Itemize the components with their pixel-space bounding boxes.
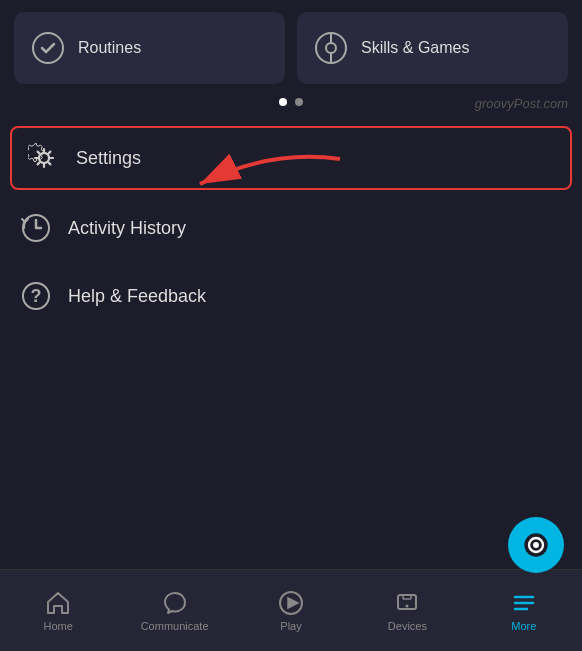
- svg-marker-23: [288, 598, 298, 608]
- svg-text:?: ?: [31, 286, 42, 306]
- svg-line-12: [49, 163, 51, 165]
- nav-item-play[interactable]: Play: [233, 582, 349, 640]
- app-container: Routines Skills & Games groovyPost.com: [0, 0, 582, 651]
- more-icon: [511, 590, 537, 616]
- routines-card[interactable]: Routines: [14, 12, 285, 84]
- cards-area: Routines Skills & Games: [0, 0, 582, 94]
- more-nav-label: More: [511, 620, 536, 632]
- svg-point-21: [533, 542, 539, 548]
- help-feedback-menu-item[interactable]: ? Help & Feedback: [0, 262, 582, 330]
- dot-2[interactable]: [295, 98, 303, 106]
- routines-label: Routines: [78, 39, 141, 57]
- devices-icon: [394, 590, 420, 616]
- settings-menu-item[interactable]: Settings: [10, 126, 572, 190]
- routines-icon: [30, 30, 66, 66]
- svg-rect-25: [403, 595, 411, 599]
- dot-1[interactable]: [279, 98, 287, 106]
- settings-icon: [28, 142, 60, 174]
- activity-history-icon: [20, 212, 52, 244]
- svg-point-2: [326, 43, 336, 53]
- nav-item-more[interactable]: More: [466, 582, 582, 640]
- skills-games-card[interactable]: Skills & Games: [297, 12, 568, 84]
- alexa-fab-button[interactable]: [508, 517, 564, 573]
- home-icon: [45, 590, 71, 616]
- svg-point-26: [406, 604, 409, 607]
- svg-point-6: [39, 153, 49, 163]
- svg-line-14: [38, 163, 40, 165]
- settings-label: Settings: [76, 148, 141, 169]
- play-icon: [278, 590, 304, 616]
- activity-history-menu-item[interactable]: Activity History: [0, 194, 582, 262]
- svg-line-13: [49, 152, 51, 154]
- skills-games-icon: [313, 30, 349, 66]
- nav-item-home[interactable]: Home: [0, 582, 116, 640]
- watermark: groovyPost.com: [475, 96, 568, 111]
- skills-games-label: Skills & Games: [361, 39, 469, 57]
- bottom-nav: Home Communicate Play: [0, 569, 582, 651]
- play-nav-label: Play: [280, 620, 301, 632]
- menu-list: Settings: [0, 112, 582, 569]
- home-nav-label: Home: [44, 620, 73, 632]
- activity-history-label: Activity History: [68, 218, 186, 239]
- svg-point-0: [33, 33, 63, 63]
- nav-item-communicate[interactable]: Communicate: [116, 582, 232, 640]
- help-feedback-icon: ?: [20, 280, 52, 312]
- communicate-nav-label: Communicate: [141, 620, 209, 632]
- svg-line-11: [38, 152, 40, 154]
- help-feedback-label: Help & Feedback: [68, 286, 206, 307]
- communicate-icon: [162, 590, 188, 616]
- devices-nav-label: Devices: [388, 620, 427, 632]
- pagination-dots: groovyPost.com: [0, 94, 582, 112]
- nav-item-devices[interactable]: Devices: [349, 582, 465, 640]
